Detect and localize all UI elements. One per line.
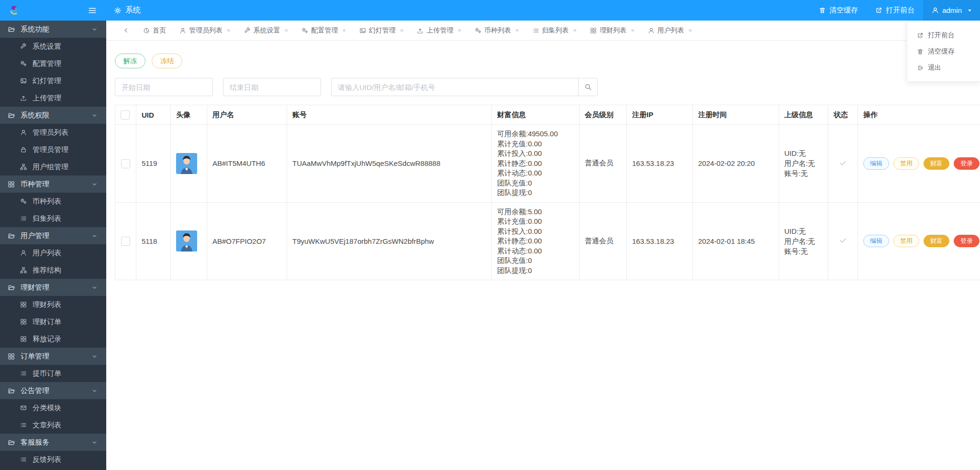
tab-admin-list[interactable]: 管理员列表 × bbox=[179, 26, 231, 35]
wealth-button[interactable]: 财富 bbox=[924, 235, 949, 247]
user-icon bbox=[179, 27, 186, 34]
sidebar-item-release-records[interactable]: 释放记录 bbox=[0, 330, 106, 348]
folder-icon bbox=[8, 26, 15, 33]
row-checkbox[interactable] bbox=[121, 159, 130, 168]
sidebar-item-admin-management[interactable]: 管理员管理 bbox=[0, 141, 106, 158]
login-button[interactable]: 登录 bbox=[954, 235, 980, 247]
sidebar-item-order-management[interactable]: 订单管理 bbox=[0, 348, 106, 365]
tabs-scroll-left-button[interactable] bbox=[122, 27, 130, 34]
cell-reg-ip: 163.53.18.23 bbox=[627, 202, 693, 280]
tab-label: 用户列表 bbox=[657, 26, 684, 35]
tab-currency-list[interactable]: 币种列表 × bbox=[475, 26, 519, 35]
sidebar-item-collection-list[interactable]: 归集列表 bbox=[0, 210, 106, 227]
tab-close-icon[interactable]: × bbox=[285, 27, 289, 34]
unfreeze-button[interactable]: 解冻 bbox=[115, 54, 145, 68]
cell-username: AB#O7FPIO2O7 bbox=[207, 202, 287, 280]
sidebar-item-feedback-list[interactable]: 反馈列表 bbox=[0, 451, 106, 468]
tab-collection-list[interactable]: 归集列表 × bbox=[533, 26, 577, 35]
tab-close-icon[interactable]: × bbox=[689, 27, 692, 34]
sidebar-item-customer-service[interactable]: 客服服务 bbox=[0, 434, 106, 451]
tab-label: 上传管理 bbox=[426, 26, 453, 35]
row-checkbox[interactable] bbox=[121, 237, 130, 246]
menu-toggle-button[interactable] bbox=[88, 6, 97, 15]
sidebar-item-referral-structure[interactable]: 推荐结构 bbox=[0, 262, 106, 279]
search-button[interactable] bbox=[578, 78, 598, 96]
tab-close-icon[interactable]: × bbox=[457, 27, 461, 34]
sidebar-item-user-list[interactable]: 用户列表 bbox=[0, 244, 106, 262]
trash-icon bbox=[819, 7, 826, 14]
search-input[interactable] bbox=[331, 78, 578, 96]
dropdown-item-logout[interactable]: 退出 bbox=[907, 60, 980, 76]
tab-user-list[interactable]: 用户列表 × bbox=[648, 26, 692, 35]
sidebar-item-upload-management[interactable]: 上传管理 bbox=[0, 89, 106, 107]
sidebar-item-slide-management[interactable]: 幻灯管理 bbox=[0, 72, 106, 89]
dropdown-item-open-front[interactable]: 打开前台 bbox=[907, 27, 980, 44]
sidebar-item-config-management[interactable]: 配置管理 bbox=[0, 55, 106, 72]
clear-cache-button[interactable]: 清空缓存 bbox=[810, 0, 867, 21]
sidebar-item-label: 配置管理 bbox=[33, 59, 61, 68]
login-button[interactable]: 登录 bbox=[954, 157, 980, 170]
parent-line: 账号:无 bbox=[784, 168, 823, 178]
user-icon bbox=[932, 7, 939, 14]
sidebar-item-system-settings[interactable]: 系统设置 bbox=[0, 38, 106, 55]
wrench-icon bbox=[244, 27, 251, 34]
tab-home[interactable]: 首页 bbox=[143, 26, 166, 35]
brand-area bbox=[0, 0, 106, 21]
sidebar-item-article-list[interactable]: 文章列表 bbox=[0, 416, 106, 434]
tab-upload-management[interactable]: 上传管理 × bbox=[417, 26, 461, 35]
sidebar-item-finance-management[interactable]: 理财管理 bbox=[0, 279, 106, 296]
user-table: UID 头像 用户名 账号 财富信息 会员级别 注册IP 注册时间 上级信息 状… bbox=[115, 105, 980, 280]
tab-finance-list[interactable]: 理财列表 × bbox=[590, 26, 635, 35]
tab-close-icon[interactable]: × bbox=[515, 27, 519, 34]
open-front-button[interactable]: 打开前台 bbox=[867, 0, 923, 21]
end-date-input[interactable] bbox=[223, 78, 321, 96]
tab-close-icon[interactable]: × bbox=[227, 27, 231, 34]
sidebar-item-label: 上传管理 bbox=[33, 94, 61, 103]
cell-reg-time: 2024-02-02 20:20 bbox=[693, 125, 779, 203]
sidebar-item-label: 币种列表 bbox=[33, 197, 61, 206]
tab-label: 系统设置 bbox=[254, 26, 280, 35]
sidebar-item-user-management[interactable]: 用户管理 bbox=[0, 227, 106, 244]
column-header-username: 用户名 bbox=[207, 105, 287, 125]
start-date-input[interactable] bbox=[115, 78, 213, 96]
folder-icon bbox=[8, 439, 15, 446]
sidebar-item-withdrawal-orders[interactable]: 提币订单 bbox=[0, 365, 106, 382]
sidebar-item-finance-list[interactable]: 理财列表 bbox=[0, 296, 106, 313]
disable-button[interactable]: 禁用 bbox=[893, 235, 919, 247]
envelope-icon bbox=[20, 404, 27, 411]
main-area: 首页 管理员列表 × 系统设置 × 配置管理 × 幻灯管理 × 上传管理 × bbox=[106, 21, 980, 470]
disable-button[interactable]: 禁用 bbox=[893, 157, 919, 170]
sidebar-item-currency-list[interactable]: 币种列表 bbox=[0, 193, 106, 210]
edit-button[interactable]: 编辑 bbox=[863, 157, 889, 170]
tab-config-management[interactable]: 配置管理 × bbox=[301, 26, 346, 35]
tab-close-icon[interactable]: × bbox=[400, 27, 404, 34]
tab-close-icon[interactable]: × bbox=[573, 27, 577, 34]
sidebar-item-label: 系统功能 bbox=[21, 25, 49, 34]
sidebar-item-currency-management[interactable]: 币种管理 bbox=[0, 175, 106, 193]
sidebar-item-user-group-management[interactable]: 用户组管理 bbox=[0, 158, 106, 175]
sidebar-item-finance-orders[interactable]: 理财订单 bbox=[0, 313, 106, 330]
sidebar-item-category-module[interactable]: 分类模块 bbox=[0, 399, 106, 416]
cell-level: 普通会员 bbox=[579, 125, 627, 203]
cell-wealth: 可用余额:49505.00 累计充值:0.00 累计投入:0.00 累计静态:0… bbox=[492, 125, 579, 203]
sidebar-item-system-functions[interactable]: 系统功能 bbox=[0, 21, 106, 38]
tab-close-icon[interactable]: × bbox=[342, 27, 346, 34]
tab-system-settings[interactable]: 系统设置 × bbox=[244, 26, 289, 35]
search-group bbox=[331, 78, 598, 96]
edit-button[interactable]: 编辑 bbox=[863, 235, 889, 247]
chevron-down-icon bbox=[91, 181, 98, 187]
app-logo bbox=[7, 4, 20, 17]
user-menu-button[interactable]: admin bbox=[923, 0, 980, 21]
tab-slide-management[interactable]: 幻灯管理 × bbox=[359, 26, 404, 35]
wealth-button[interactable]: 财富 bbox=[924, 157, 949, 170]
sidebar-item-label: 释放记录 bbox=[33, 335, 61, 344]
sidebar-item-admin-list[interactable]: 管理员列表 bbox=[0, 124, 106, 141]
tab-close-icon[interactable]: × bbox=[631, 27, 635, 34]
sidebar-item-system-permissions[interactable]: 系统权限 bbox=[0, 107, 106, 124]
column-header-reg-ip: 注册IP bbox=[627, 105, 693, 125]
dropdown-item-clear-cache[interactable]: 清空缓存 bbox=[907, 44, 980, 60]
select-all-checkbox[interactable] bbox=[121, 110, 130, 120]
freeze-button[interactable]: 冻结 bbox=[152, 54, 182, 68]
sidebar-item-announcement-management[interactable]: 公告管理 bbox=[0, 382, 106, 399]
column-header-actions: 操作 bbox=[858, 105, 980, 125]
